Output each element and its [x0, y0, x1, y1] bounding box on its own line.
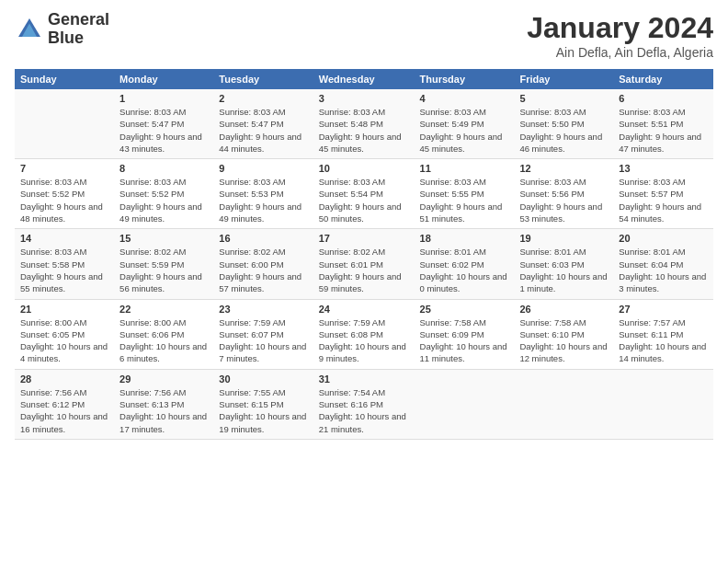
day-number: 5	[519, 93, 608, 104]
calendar-cell: 7Sunrise: 8:03 AMSunset: 5:52 PMDaylight…	[15, 159, 114, 229]
calendar-cell: 13Sunrise: 8:03 AMSunset: 5:57 PMDayligh…	[613, 159, 713, 229]
calendar-cell: 17Sunrise: 8:02 AMSunset: 6:01 PMDayligh…	[313, 229, 415, 299]
header-day-thursday: Thursday	[415, 69, 515, 89]
day-info: Sunrise: 8:03 AMSunset: 5:48 PMDaylight:…	[319, 106, 409, 155]
calendar-cell: 4Sunrise: 8:03 AMSunset: 5:49 PMDaylight…	[415, 89, 515, 159]
calendar-cell: 25Sunrise: 7:58 AMSunset: 6:09 PMDayligh…	[415, 299, 515, 369]
day-number: 3	[319, 93, 409, 104]
day-number: 18	[420, 233, 509, 244]
day-info: Sunrise: 8:03 AMSunset: 5:54 PMDaylight:…	[319, 176, 409, 224]
day-number: 12	[519, 163, 608, 174]
day-info: Sunrise: 8:01 AMSunset: 6:04 PMDaylight:…	[619, 246, 708, 294]
day-number: 28	[20, 373, 108, 385]
day-info: Sunrise: 7:55 AMSunset: 6:15 PMDaylight:…	[219, 386, 307, 435]
calendar-cell: 21Sunrise: 8:00 AMSunset: 6:05 PMDayligh…	[15, 299, 114, 369]
calendar-week-row: 28Sunrise: 7:56 AMSunset: 6:12 PMDayligh…	[15, 369, 713, 439]
calendar-cell: 30Sunrise: 7:55 AMSunset: 6:15 PMDayligh…	[213, 369, 313, 439]
day-number: 19	[519, 233, 608, 244]
month-title: January 2024	[527, 11, 713, 45]
calendar-cell	[415, 369, 515, 439]
day-number: 6	[619, 93, 708, 104]
header-day-monday: Monday	[114, 69, 213, 89]
calendar-cell: 6Sunrise: 8:03 AMSunset: 5:51 PMDaylight…	[613, 89, 713, 159]
day-number: 20	[619, 233, 708, 244]
calendar-cell: 23Sunrise: 7:59 AMSunset: 6:07 PMDayligh…	[213, 299, 313, 369]
day-info: Sunrise: 7:58 AMSunset: 6:09 PMDaylight:…	[420, 316, 509, 365]
day-info: Sunrise: 7:56 AMSunset: 6:12 PMDaylight:…	[20, 386, 108, 435]
page-container: General Blue January 2024 Ain Defla, Ain…	[0, 0, 728, 449]
logo-line1: General	[48, 11, 109, 29]
day-info: Sunrise: 8:03 AMSunset: 5:47 PMDaylight:…	[119, 106, 208, 155]
day-number: 9	[219, 163, 307, 174]
calendar-cell: 31Sunrise: 7:54 AMSunset: 6:16 PMDayligh…	[313, 369, 415, 439]
day-number: 4	[420, 93, 509, 104]
day-info: Sunrise: 8:03 AMSunset: 5:47 PMDaylight:…	[219, 106, 307, 155]
header: General Blue January 2024 Ain Defla, Ain…	[15, 11, 713, 60]
calendar-cell: 20Sunrise: 8:01 AMSunset: 6:04 PMDayligh…	[613, 229, 713, 299]
location-subtitle: Ain Defla, Ain Defla, Algeria	[527, 45, 713, 60]
day-info: Sunrise: 7:59 AMSunset: 6:08 PMDaylight:…	[319, 316, 409, 365]
calendar-cell: 18Sunrise: 8:01 AMSunset: 6:02 PMDayligh…	[415, 229, 515, 299]
day-info: Sunrise: 8:03 AMSunset: 5:55 PMDaylight:…	[420, 176, 509, 224]
day-info: Sunrise: 8:01 AMSunset: 6:02 PMDaylight:…	[420, 246, 509, 294]
calendar-cell: 19Sunrise: 8:01 AMSunset: 6:03 PMDayligh…	[514, 229, 613, 299]
calendar-week-row: 14Sunrise: 8:03 AMSunset: 5:58 PMDayligh…	[15, 229, 713, 299]
day-number: 30	[219, 373, 307, 385]
header-day-wednesday: Wednesday	[313, 69, 415, 89]
calendar-cell: 14Sunrise: 8:03 AMSunset: 5:58 PMDayligh…	[15, 229, 114, 299]
day-number: 13	[619, 163, 708, 174]
day-number: 16	[219, 233, 307, 244]
day-number: 11	[420, 163, 509, 174]
day-number: 15	[119, 233, 208, 244]
logo: General Blue	[15, 11, 109, 48]
day-info: Sunrise: 8:01 AMSunset: 6:03 PMDaylight:…	[519, 246, 608, 294]
day-info: Sunrise: 7:54 AMSunset: 6:16 PMDaylight:…	[319, 386, 409, 435]
day-info: Sunrise: 8:03 AMSunset: 5:51 PMDaylight:…	[619, 106, 708, 155]
day-number: 25	[420, 304, 509, 315]
day-info: Sunrise: 8:03 AMSunset: 5:53 PMDaylight:…	[219, 176, 307, 224]
calendar-cell: 9Sunrise: 8:03 AMSunset: 5:53 PMDaylight…	[213, 159, 313, 229]
calendar-cell: 12Sunrise: 8:03 AMSunset: 5:56 PMDayligh…	[514, 159, 613, 229]
day-info: Sunrise: 8:03 AMSunset: 5:52 PMDaylight:…	[20, 176, 108, 224]
calendar-cell	[514, 369, 613, 439]
day-info: Sunrise: 7:56 AMSunset: 6:13 PMDaylight:…	[119, 386, 208, 435]
day-number: 22	[119, 304, 208, 315]
calendar-cell	[613, 369, 713, 439]
day-number: 7	[20, 163, 108, 174]
calendar-cell	[15, 89, 114, 159]
title-block: January 2024 Ain Defla, Ain Defla, Alger…	[527, 11, 713, 60]
header-day-saturday: Saturday	[613, 69, 713, 89]
day-number: 2	[219, 93, 307, 104]
calendar-cell: 3Sunrise: 8:03 AMSunset: 5:48 PMDaylight…	[313, 89, 415, 159]
logo-text: General Blue	[48, 11, 109, 48]
calendar-cell: 27Sunrise: 7:57 AMSunset: 6:11 PMDayligh…	[613, 299, 713, 369]
calendar-week-row: 7Sunrise: 8:03 AMSunset: 5:52 PMDaylight…	[15, 159, 713, 229]
day-number: 24	[319, 304, 409, 315]
calendar-header-row: SundayMondayTuesdayWednesdayThursdayFrid…	[15, 69, 713, 89]
calendar-week-row: 1Sunrise: 8:03 AMSunset: 5:47 PMDaylight…	[15, 89, 713, 159]
logo-line2: Blue	[48, 29, 109, 48]
day-number: 1	[119, 93, 208, 104]
day-info: Sunrise: 7:58 AMSunset: 6:10 PMDaylight:…	[519, 316, 608, 365]
day-info: Sunrise: 8:03 AMSunset: 5:52 PMDaylight:…	[119, 176, 208, 224]
day-number: 29	[119, 373, 208, 385]
day-number: 14	[20, 233, 108, 244]
calendar-cell: 15Sunrise: 8:02 AMSunset: 5:59 PMDayligh…	[114, 229, 213, 299]
calendar-cell: 10Sunrise: 8:03 AMSunset: 5:54 PMDayligh…	[313, 159, 415, 229]
day-info: Sunrise: 8:02 AMSunset: 6:00 PMDaylight:…	[219, 246, 307, 294]
calendar-cell: 29Sunrise: 7:56 AMSunset: 6:13 PMDayligh…	[114, 369, 213, 439]
day-number: 31	[319, 373, 409, 385]
calendar-cell: 11Sunrise: 8:03 AMSunset: 5:55 PMDayligh…	[415, 159, 515, 229]
calendar-cell: 24Sunrise: 7:59 AMSunset: 6:08 PMDayligh…	[313, 299, 415, 369]
calendar-cell: 1Sunrise: 8:03 AMSunset: 5:47 PMDaylight…	[114, 89, 213, 159]
calendar-table: SundayMondayTuesdayWednesdayThursdayFrid…	[15, 69, 713, 440]
day-info: Sunrise: 8:03 AMSunset: 5:56 PMDaylight:…	[519, 176, 608, 224]
day-number: 21	[20, 304, 108, 315]
calendar-cell: 28Sunrise: 7:56 AMSunset: 6:12 PMDayligh…	[15, 369, 114, 439]
calendar-cell: 26Sunrise: 7:58 AMSunset: 6:10 PMDayligh…	[514, 299, 613, 369]
day-number: 10	[319, 163, 409, 174]
day-info: Sunrise: 8:02 AMSunset: 6:01 PMDaylight:…	[319, 246, 409, 294]
calendar-cell: 22Sunrise: 8:00 AMSunset: 6:06 PMDayligh…	[114, 299, 213, 369]
day-number: 23	[219, 304, 307, 315]
header-day-tuesday: Tuesday	[213, 69, 313, 89]
